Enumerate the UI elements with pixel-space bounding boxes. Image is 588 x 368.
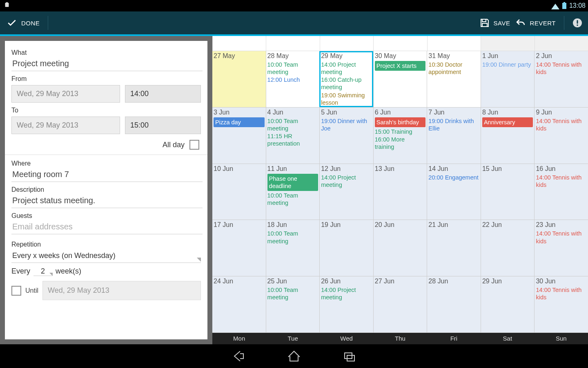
calendar-cell[interactable]: 6 JunSarah's birthday15:00 Training16:00…	[373, 108, 427, 164]
calendar-cell[interactable]: 18 Jun10:00 Team meeting	[266, 220, 320, 276]
calendar-grid[interactable]: 27 May28 May10:00 Team meeting12:00 Lunc…	[212, 51, 588, 333]
calendar-event[interactable]: 14:00 Tennis with kids	[536, 174, 587, 188]
calendar-cell[interactable]: 17 Jun	[212, 220, 266, 276]
calendar-cell[interactable]: 30 MayProject X starts	[373, 51, 427, 107]
where-input[interactable]	[11, 167, 203, 182]
calendar-event[interactable]: 10:00 Team meeting	[267, 61, 318, 76]
calendar-event[interactable]: 14:00 Tennis with kids	[536, 117, 587, 132]
calendar-cell[interactable]: 2 Jun14:00 Tennis with kids	[534, 51, 588, 107]
calendar-event[interactable]: 14:00 Tennis with kids	[536, 61, 587, 76]
every-n-spinner[interactable]: 2	[33, 267, 52, 276]
calendar-cell[interactable]: 26 Jun14:00 Project meeting	[319, 276, 373, 332]
calendar-cell[interactable]: 16 Jun14:00 Tennis with kids	[534, 164, 588, 220]
calendar-cell[interactable]: 11 JunPhase one deadline10:00 Team meeti…	[266, 164, 320, 220]
android-status-bar: 13:08	[0, 0, 588, 11]
calendar-cell[interactable]: 25 Jun10:00 Team meeting	[266, 276, 320, 332]
calendar-cell[interactable]: 14 Jun20:00 Engagement	[427, 164, 481, 220]
alert-icon[interactable]	[572, 18, 582, 28]
cell-date: 29 Jun	[482, 277, 533, 285]
every-suffix: week(s)	[56, 267, 81, 276]
cell-date: 17 Jun	[214, 221, 265, 229]
calendar-event[interactable]: 14:00 Project meeting	[321, 286, 372, 301]
calendar-cell[interactable]: 9 Jun14:00 Tennis with kids	[534, 108, 588, 164]
calendar-event[interactable]: 15:00 Training	[375, 128, 426, 135]
cell-date: 21 Jun	[428, 221, 479, 229]
calendar-cell[interactable]: 8 JunAnniversary	[481, 108, 535, 164]
back-button[interactable]	[231, 349, 246, 364]
description-input[interactable]	[11, 193, 203, 208]
repetition-spinner[interactable]: Every x weeks (on Wednesday)	[11, 250, 201, 263]
calendar-event[interactable]: 20:00 Engagement	[428, 174, 479, 181]
calendar-row: 27 May28 May10:00 Team meeting12:00 Lunc…	[212, 51, 588, 108]
calendar-cell[interactable]: 27 Jun	[373, 276, 427, 332]
calendar-cell[interactable]: 4 Jun10:00 Team meeting11:15 HR presenta…	[266, 108, 320, 164]
until-checkbox[interactable]	[11, 286, 21, 296]
allday-checkbox[interactable]	[189, 140, 199, 150]
dow-label: Tue	[266, 333, 319, 344]
svg-rect-0	[5, 4, 9, 7]
calendar-event[interactable]: Anniversary	[482, 117, 533, 127]
calendar-cell[interactable]: 24 Jun	[212, 276, 266, 332]
calendar-cell[interactable]: 3 JunPizza day	[212, 108, 266, 164]
calendar-event[interactable]: 10:00 Team meeting	[267, 286, 318, 301]
calendar-cell[interactable]: 27 May	[212, 51, 266, 107]
calendar-cell[interactable]: 29 Jun	[481, 276, 535, 332]
cell-date: 3 Jun	[214, 108, 265, 117]
guests-input[interactable]	[11, 220, 203, 234]
from-time-picker[interactable]: 14:00	[125, 85, 201, 103]
calendar-cell[interactable]: 31 May10:30 Doctor appointment	[427, 51, 481, 107]
calendar-event[interactable]: 14:00 Tennis with kids	[536, 230, 587, 245]
calendar-cell[interactable]: 30 Jun14:00 Tennis with kids	[534, 276, 588, 332]
calendar-cell[interactable]: 19 Jun	[319, 220, 373, 276]
calendar-event[interactable]: 16:00 Catch-up meeting	[321, 76, 372, 91]
revert-button[interactable]: REVERT	[516, 18, 556, 28]
calendar-event[interactable]: 14:00 Project meeting	[321, 61, 372, 76]
cell-date: 7 Jun	[428, 108, 479, 117]
calendar-cell[interactable]: 12 Jun14:00 Project meeting	[319, 164, 373, 220]
calendar-event[interactable]: 14:00 Tennis with kids	[536, 286, 587, 301]
calendar-cell[interactable]: 7 Jun19:00 Drinks with Ellie	[427, 108, 481, 164]
cell-date: 28 May	[267, 52, 318, 60]
calendar-event[interactable]: 10:00 Team meeting	[267, 230, 318, 245]
calendar-event[interactable]: 19:00 Drinks with Ellie	[428, 117, 479, 132]
to-label: To	[11, 107, 201, 114]
calendar-cell[interactable]: 1 Jun19:00 Dinner party	[481, 51, 535, 107]
to-date-picker[interactable]: Wed, 29 May 2013	[11, 117, 120, 134]
until-date-picker[interactable]: Wed, 29 May 2013	[42, 281, 201, 300]
calendar-event[interactable]: 10:00 Team meeting	[267, 192, 318, 206]
home-button[interactable]	[287, 349, 301, 364]
calendar-event[interactable]: 11:15 HR presentation	[267, 132, 318, 147]
calendar-cell[interactable]: 23 Jun14:00 Tennis with kids	[534, 220, 588, 276]
calendar-cell[interactable]: 20 Jun	[373, 220, 427, 276]
calendar-event[interactable]: 14:00 Project meeting	[321, 174, 372, 188]
calendar-event[interactable]: 10:00 Team meeting	[267, 117, 318, 132]
calendar-cell[interactable]: 5 Jun19:00 Dinner with Joe	[319, 108, 373, 164]
calendar-event[interactable]: 16:00 More training	[375, 136, 426, 150]
from-date-picker[interactable]: Wed, 29 May 2013	[11, 85, 120, 103]
calendar-event[interactable]: 19:00 Swimming lesson	[321, 92, 372, 106]
calendar-cell[interactable]: 29 May14:00 Project meeting16:00 Catch-u…	[319, 51, 373, 107]
what-input[interactable]	[11, 56, 203, 71]
calendar-event[interactable]: Sarah's birthday	[375, 117, 426, 127]
calendar-event[interactable]: 12:00 Lunch	[267, 76, 318, 83]
calendar-event[interactable]: Phase one deadline	[267, 174, 318, 191]
calendar-event[interactable]: 10:30 Doctor appointment	[428, 61, 479, 76]
calendar-header-strip	[212, 36, 588, 51]
calendar-event[interactable]: 19:00 Dinner party	[482, 61, 533, 68]
recents-button[interactable]	[342, 349, 357, 364]
save-button[interactable]: SAVE	[480, 18, 510, 28]
to-time-picker[interactable]: 15:00	[125, 117, 201, 134]
from-label: From	[11, 75, 201, 83]
guests-label: Guests	[11, 212, 201, 220]
calendar-cell[interactable]: 10 Jun	[212, 164, 266, 220]
done-button[interactable]: DONE	[2, 18, 40, 28]
calendar-cell[interactable]: 13 Jun	[373, 164, 427, 220]
calendar-event[interactable]: Pizza day	[214, 117, 265, 127]
calendar-cell[interactable]: 28 Jun	[427, 276, 481, 332]
calendar-cell[interactable]: 22 Jun	[481, 220, 535, 276]
calendar-cell[interactable]: 28 May10:00 Team meeting12:00 Lunch	[266, 51, 320, 107]
calendar-event[interactable]: 19:00 Dinner with Joe	[321, 117, 372, 132]
calendar-event[interactable]: Project X starts	[375, 61, 426, 71]
calendar-cell[interactable]: 15 Jun	[481, 164, 535, 220]
calendar-cell[interactable]: 21 Jun	[427, 220, 481, 276]
